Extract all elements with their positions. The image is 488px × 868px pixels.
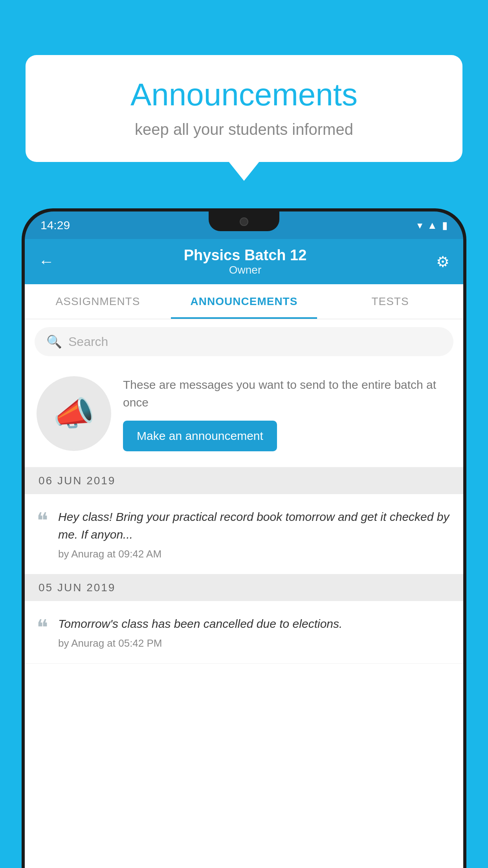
signal-icon: ▲: [427, 219, 437, 232]
speech-bubble-container: Announcements keep all your students inf…: [26, 55, 462, 162]
header-center: Physics Batch 12 Owner: [184, 247, 307, 276]
announcement-meta-1: by Anurag at 09:42 AM: [58, 548, 451, 560]
tabs-bar: ASSIGNMENTS ANNOUNCEMENTS TESTS: [25, 284, 463, 319]
speech-bubble: Announcements keep all your students inf…: [26, 55, 462, 162]
tab-announcements[interactable]: ANNOUNCEMENTS: [171, 284, 317, 319]
date-separator-2: 05 JUN 2019: [25, 574, 463, 601]
search-placeholder: Search: [68, 335, 108, 349]
speech-bubble-tail: [228, 161, 260, 181]
announcement-text-block-2: Tomorrow's class has been cancelled due …: [58, 615, 451, 649]
search-icon: 🔍: [46, 334, 62, 349]
camera: [240, 217, 248, 226]
date-separator-1: 06 JUN 2019: [25, 467, 463, 494]
announcement-text-2: Tomorrow's class has been cancelled due …: [58, 615, 451, 633]
phone-inner: 14:29 ▾ ▲ ▮ ← Physics Batch 12 Owner ⚙ A…: [25, 211, 463, 868]
speech-bubble-subtitle: keep all your students informed: [49, 121, 439, 138]
tab-tests[interactable]: TESTS: [317, 284, 463, 319]
announcement-text-block-1: Hey class! Bring your practical record b…: [58, 508, 451, 560]
announcement-item-1: ❝ Hey class! Bring your practical record…: [25, 494, 463, 574]
announcement-item-2: ❝ Tomorrow's class has been cancelled du…: [25, 601, 463, 664]
screen-content: 🔍 Search 📣 These are messages you want t…: [25, 319, 463, 868]
quote-icon-1: ❝: [37, 510, 48, 531]
tab-assignments[interactable]: ASSIGNMENTS: [25, 284, 171, 319]
quote-icon-2: ❝: [37, 617, 48, 638]
promo-block: 📣 These are messages you want to send to…: [25, 364, 463, 467]
make-announcement-button[interactable]: Make an announcement: [123, 421, 277, 451]
megaphone-circle: 📣: [37, 376, 111, 451]
wifi-icon: ▾: [417, 219, 422, 232]
notch: [209, 211, 279, 231]
status-time: 14:29: [40, 219, 70, 232]
phone-frame: 14:29 ▾ ▲ ▮ ← Physics Batch 12 Owner ⚙ A…: [22, 208, 466, 868]
owner-label: Owner: [184, 264, 307, 276]
back-button[interactable]: ←: [39, 253, 54, 270]
settings-button[interactable]: ⚙: [436, 253, 449, 270]
search-bar[interactable]: 🔍 Search: [35, 327, 453, 356]
batch-title: Physics Batch 12: [184, 247, 307, 264]
announcement-meta-2: by Anurag at 05:42 PM: [58, 637, 451, 649]
megaphone-icon: 📣: [53, 394, 95, 433]
app-header: ← Physics Batch 12 Owner ⚙: [25, 239, 463, 284]
announcement-text-1: Hey class! Bring your practical record b…: [58, 508, 451, 543]
status-icons: ▾ ▲ ▮: [417, 219, 448, 232]
speech-bubble-title: Announcements: [49, 77, 439, 113]
promo-description: These are messages you want to send to t…: [123, 376, 451, 411]
battery-icon: ▮: [442, 219, 448, 232]
promo-right: These are messages you want to send to t…: [123, 376, 451, 451]
